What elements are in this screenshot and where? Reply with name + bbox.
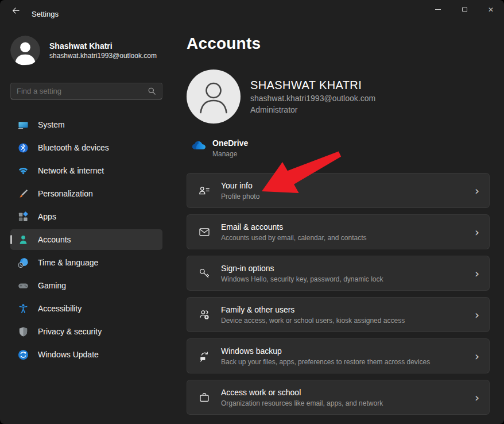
sidebar-item-network-internet[interactable]: Network & internet bbox=[10, 160, 162, 181]
apps-icon bbox=[18, 211, 29, 222]
onedrive-section: OneDrive Manage bbox=[187, 138, 490, 159]
chevron-right-icon: › bbox=[475, 309, 479, 321]
close-icon: ✕ bbox=[488, 6, 494, 13]
sidebar-item-label: Network & internet bbox=[38, 166, 104, 175]
sidebar-item-apps[interactable]: Apps bbox=[10, 206, 162, 227]
account-avatar[interactable] bbox=[187, 70, 241, 124]
card-title: Email & accounts bbox=[221, 222, 475, 232]
bluetooth-icon bbox=[18, 142, 29, 153]
card-title: Access work or school bbox=[221, 387, 475, 398]
onedrive-manage-link[interactable]: Manage bbox=[212, 149, 248, 159]
briefcase-icon bbox=[198, 391, 211, 404]
sidebar-item-label: Gaming bbox=[38, 281, 66, 290]
maximize-button[interactable] bbox=[451, 0, 478, 19]
sidebar-item-bluetooth-devices[interactable]: Bluetooth & devices bbox=[10, 137, 162, 158]
card-windows-backup[interactable]: Windows backupBack up your files, apps, … bbox=[187, 338, 490, 373]
sidebar-item-personalization[interactable]: Personalization bbox=[10, 183, 162, 204]
privacy-icon bbox=[18, 326, 29, 337]
search-input[interactable] bbox=[17, 87, 148, 95]
sidebar-item-label: Personalization bbox=[38, 189, 93, 198]
onedrive-title: OneDrive bbox=[212, 138, 248, 148]
your-info-icon bbox=[198, 184, 211, 197]
close-button[interactable]: ✕ bbox=[478, 0, 504, 19]
chevron-right-icon: › bbox=[475, 268, 479, 279]
card-title: Sign-in options bbox=[221, 263, 475, 273]
maximize-icon bbox=[462, 7, 467, 12]
window-title: Settings bbox=[32, 10, 59, 18]
windows-update-icon bbox=[18, 349, 29, 360]
system-icon bbox=[18, 120, 29, 130]
sidebar-item-label: Bluetooth & devices bbox=[38, 143, 109, 152]
family-icon bbox=[198, 309, 211, 321]
settings-cards: Your infoProfile photo›Email & accountsA… bbox=[187, 173, 490, 415]
sidebar-item-windows-update[interactable]: Windows Update bbox=[10, 344, 162, 365]
gaming-icon bbox=[18, 280, 29, 291]
accessibility-icon bbox=[18, 303, 29, 314]
account-name: SHASHWAT KHATRI bbox=[250, 78, 375, 92]
card-subtitle: Profile photo bbox=[221, 192, 475, 201]
sidebar-item-label: Accessibility bbox=[38, 304, 82, 313]
chevron-right-icon: › bbox=[475, 226, 479, 238]
titlebar: Settings ✕ bbox=[0, 0, 504, 23]
chevron-right-icon: › bbox=[475, 185, 479, 196]
sidebar-item-label: Time & language bbox=[38, 258, 98, 267]
sidebar-item-system[interactable]: System bbox=[10, 114, 162, 135]
sidebar-item-accessibility[interactable]: Accessibility bbox=[10, 298, 162, 319]
caption-controls: ✕ bbox=[425, 0, 504, 19]
sidebar-item-accounts[interactable]: Accounts bbox=[10, 229, 162, 250]
account-summary: SHASHWAT KHATRI shashwat.khatri1993@outl… bbox=[187, 70, 490, 124]
account-email: shashwat.khatri1993@outlook.com bbox=[250, 92, 375, 104]
key-icon bbox=[198, 267, 211, 280]
card-subtitle: Organization resources like email, apps,… bbox=[221, 399, 475, 408]
sidebar-item-time-language[interactable]: Time & language bbox=[10, 252, 162, 273]
card-sign-in-options[interactable]: Sign-in optionsWindows Hello, security k… bbox=[187, 256, 490, 291]
card-subtitle: Accounts used by email, calendar, and co… bbox=[221, 233, 475, 242]
sidebar-item-label: Windows Update bbox=[38, 350, 99, 359]
backup-icon bbox=[198, 350, 211, 363]
main-content: Accounts SHASHWAT KHATRI shashwat.khatri… bbox=[187, 23, 490, 424]
sidebar: Shashwat Khatri shashwat.khatri1993@outl… bbox=[0, 23, 172, 424]
page-title: Accounts bbox=[187, 34, 490, 53]
avatar bbox=[10, 36, 40, 65]
sidebar-item-label: Apps bbox=[38, 212, 56, 221]
sidebar-profile[interactable]: Shashwat Khatri shashwat.khatri1993@outl… bbox=[10, 36, 172, 65]
arrow-left-icon bbox=[11, 6, 20, 17]
card-family-other-users[interactable]: Family & other usersDevice access, work … bbox=[187, 297, 490, 332]
sidebar-item-privacy-security[interactable]: Privacy & security bbox=[10, 321, 162, 342]
chevron-right-icon: › bbox=[475, 350, 479, 362]
time-language-icon bbox=[18, 257, 29, 268]
settings-window: Settings ✕ Shashwat Khatri shashwat.khat… bbox=[0, 0, 504, 424]
accounts-icon bbox=[18, 234, 29, 245]
search-icon[interactable] bbox=[148, 87, 156, 95]
email-icon bbox=[198, 226, 211, 238]
card-title: Family & other users bbox=[221, 304, 475, 315]
card-subtitle: Windows Hello, security key, password, d… bbox=[221, 275, 475, 284]
sidebar-item-label: System bbox=[38, 120, 65, 129]
chevron-right-icon: › bbox=[475, 392, 479, 403]
onedrive-cloud-icon bbox=[191, 140, 207, 151]
account-role: Administrator bbox=[250, 104, 375, 115]
card-access-work-or-school[interactable]: Access work or schoolOrganization resour… bbox=[187, 380, 490, 415]
card-title: Your info bbox=[221, 180, 475, 191]
card-your-info[interactable]: Your infoProfile photo› bbox=[187, 173, 490, 208]
sidebar-item-gaming[interactable]: Gaming bbox=[10, 275, 162, 296]
card-subtitle: Device access, work or school users, kio… bbox=[221, 316, 475, 325]
minimize-button[interactable] bbox=[425, 0, 451, 19]
sidebar-item-label: Privacy & security bbox=[38, 327, 102, 336]
back-button[interactable] bbox=[6, 3, 25, 20]
personalization-icon bbox=[18, 188, 29, 199]
card-title: Windows backup bbox=[221, 346, 475, 356]
minimize-icon bbox=[435, 9, 441, 10]
card-email-accounts[interactable]: Email & accountsAccounts used by email, … bbox=[187, 214, 490, 249]
sidebar-nav: SystemBluetooth & devicesNetwork & inter… bbox=[10, 114, 162, 365]
sidebar-user-email: shashwat.khatri1993@outlook.com bbox=[49, 51, 157, 60]
card-subtitle: Back up your files, apps, preferences to… bbox=[221, 357, 475, 367]
selected-indicator-pill bbox=[10, 235, 12, 244]
sidebar-user-name: Shashwat Khatri bbox=[49, 41, 157, 51]
sidebar-item-label: Accounts bbox=[38, 235, 71, 244]
search-box[interactable] bbox=[10, 83, 162, 99]
network-icon bbox=[18, 165, 29, 176]
